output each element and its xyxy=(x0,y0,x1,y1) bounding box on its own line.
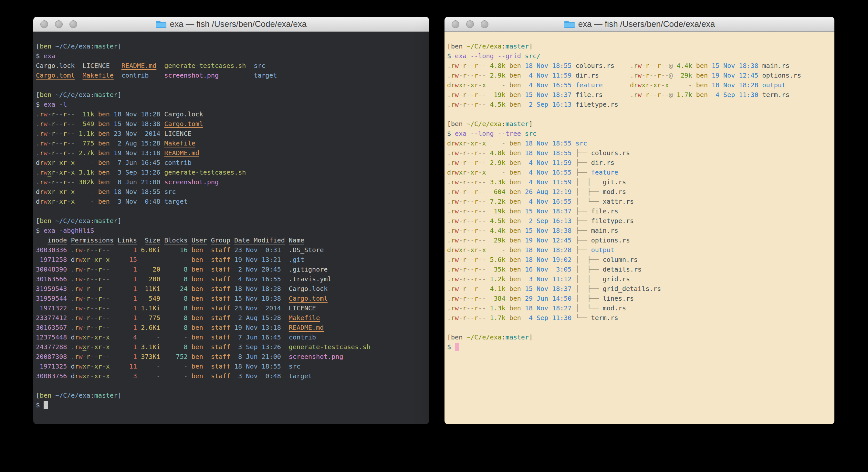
terminal-line: 24377288 .rwxr-xr-x 1 3.1Ki 8 ben staff … xyxy=(36,342,429,352)
folder-icon[interactable] xyxy=(564,20,575,28)
terminal-line: [ben ~/C/e/exa:master] xyxy=(447,332,834,342)
terminal-screen-left[interactable]: [ben ~/C/e/exa:master]$ exaCargo.lock LI… xyxy=(33,32,429,424)
terminal-cursor xyxy=(43,401,48,409)
terminal-line: 20087308 .rw-r--r-- 1 373Ki 752 ben staf… xyxy=(36,352,429,361)
desktop: exa — fish /Users/ben/Code/exa/exa [ben … xyxy=(0,0,868,472)
terminal-line: .rw-r--r-- 7.2k ben 4 Nov 16:55 │ └── xa… xyxy=(447,197,834,206)
terminal-line: .rw-r--r-- 1.2k ben 3 Nov 11:12 │ ├── gr… xyxy=(447,274,834,284)
terminal-line: $ xyxy=(36,400,429,410)
terminal-line: .rw-r--r-- 549 ben 15 Nov 18:38 Cargo.to… xyxy=(36,119,429,129)
terminal-line: .rw-r--r-- 4.4k ben 15 Nov 18:38 ├── mai… xyxy=(447,226,834,235)
terminal-line: drwxr-xr-x - ben 18 Nov 18:55 src xyxy=(447,138,834,148)
terminal-line: .rw-r--r-- 35k ben 16 Nov 3:05 │ ├── det… xyxy=(447,264,834,274)
zoom-button[interactable] xyxy=(481,20,489,28)
terminal-line: .rw-r--r-- 11k ben 18 Nov 18:28 Cargo.lo… xyxy=(36,109,429,119)
minimize-button[interactable] xyxy=(55,20,63,28)
terminal-line: drwxr-xr-x - ben 18 Nov 18:55 src xyxy=(36,187,429,197)
terminal-line xyxy=(36,206,429,216)
terminal-line: [ben ~/C/e/exa:master] xyxy=(36,41,429,51)
terminal-line: 23377412 .rw-r--r-- 1 775 8 ben staff 2 … xyxy=(36,313,429,323)
close-button[interactable] xyxy=(452,20,459,28)
terminal-line: 1971322 .rw-r--r-- 1 1.1Ki 8 ben staff 2… xyxy=(36,303,429,313)
terminal-line: 1971258 drwxr-xr-x 15 - - ben staff 19 N… xyxy=(36,255,429,264)
terminal-line: .rw-r--r-- 2.9k ben 4 Nov 11:59 ├── dir.… xyxy=(447,158,834,168)
terminal-line: 12375448 drwxr-xr-x 4 - - ben staff 7 Ju… xyxy=(36,332,429,342)
terminal-line: $ exa --long --tree src xyxy=(447,129,834,138)
zoom-button[interactable] xyxy=(69,20,77,28)
terminal-line xyxy=(447,109,834,119)
terminal-line: .rw-r--r-- 19k ben 15 Nov 18:37 ├── file… xyxy=(447,206,834,216)
terminal-line: drwxr-xr-x - ben 4 Nov 16:55 feature drw… xyxy=(447,80,834,90)
minimize-button[interactable] xyxy=(466,20,474,28)
window-title: exa — fish /Users/ben/Code/exa/exa xyxy=(170,19,307,29)
terminal-line: drwxr-xr-x - ben 3 Nov 0:48 target xyxy=(36,197,429,206)
window-title: exa — fish /Users/ben/Code/exa/exa xyxy=(578,19,715,29)
terminal-line: inode Permissions Links Size Blocks User… xyxy=(36,235,429,245)
terminal-window-left: exa — fish /Users/ben/Code/exa/exa [ben … xyxy=(33,17,429,424)
terminal-cursor xyxy=(455,343,459,351)
terminal-line: .rw-r--r-- 384 ben 29 Jun 14:50 │ ├── li… xyxy=(447,294,834,303)
terminal-line: .rw-r--r-- 1.7k ben 4 Sep 11:30 └── term… xyxy=(447,313,834,323)
terminal-line: [ben ~/C/e/exa:master] xyxy=(36,90,429,99)
terminal-line: 1971325 drwxr-xr-x 11 - - ben staff 18 N… xyxy=(36,361,429,371)
terminal-line: [ben ~/C/e/exa:master] xyxy=(447,119,834,129)
terminal-line: 31959544 .rw-r--r-- 1 549 8 ben staff 15… xyxy=(36,294,429,303)
terminal-line: $ exa -l xyxy=(36,99,429,109)
terminal-line: 30030336 .rw-r--r-- 1 6.0Ki 16 ben staff… xyxy=(36,245,429,255)
terminal-line: $ exa xyxy=(36,51,429,61)
terminal-line xyxy=(36,80,429,90)
terminal-line: $ exa --long --grid src/ xyxy=(447,51,834,61)
terminal-line: 30083756 drwxr-xr-x 3 - - ben staff 3 No… xyxy=(36,371,429,381)
terminal-line: .rw-r--r-- 382k ben 8 Jun 21:00 screensh… xyxy=(36,177,429,187)
terminal-line: 31959543 .rw-r--r-- 1 11Ki 24 ben staff … xyxy=(36,284,429,294)
folder-icon[interactable] xyxy=(156,20,167,28)
terminal-line: [ben ~/C/e/exa:master] xyxy=(36,216,429,226)
terminal-line: 30163566 .rw-r--r-- 1 200 8 ben staff 4 … xyxy=(36,274,429,284)
terminal-line: .rw-r--r-- 5.6k ben 18 Nov 19:02 │ ├── c… xyxy=(447,255,834,264)
terminal-line xyxy=(447,323,834,332)
terminal-line: .rwxr-xr-x 3.1k ben 3 Sep 13:26 generate… xyxy=(36,168,429,177)
terminal-line: .rw-r--r-- 4.5k ben 2 Sep 16:13 filetype… xyxy=(447,99,834,109)
terminal-line: .rw-r--r-- 2.9k ben 4 Nov 11:59 dir.rs .… xyxy=(447,70,834,80)
terminal-line: [ben ~/C/e/exa:master] xyxy=(36,390,429,400)
terminal-line: Cargo.lock LICENCE README.md generate-te… xyxy=(36,61,429,70)
terminal-line: .rw-r--r-- 1.3k ben 18 Nov 18:27 │ └── m… xyxy=(447,303,834,313)
terminal-line: .rw-r--r-- 1.1k ben 23 Nov 2014 LICENCE xyxy=(36,129,429,138)
terminal-window-right: exa — fish /Users/ben/Code/exa/exa [ben … xyxy=(444,17,834,424)
terminal-line: .rw-r--r-- 775 ben 2 Aug 15:28 Makefile xyxy=(36,138,429,148)
terminal-screen-right[interactable]: [ben ~/C/e/exa:master]$ exa --long --gri… xyxy=(444,32,834,424)
terminal-line: drwxr-xr-x - ben 7 Jun 16:45 contrib xyxy=(36,158,429,168)
terminal-line: drwxr-xr-x - ben 18 Nov 18:28 ├── output xyxy=(447,245,834,255)
titlebar-right[interactable]: exa — fish /Users/ben/Code/exa/exa xyxy=(444,17,834,32)
terminal-line: Cargo.toml Makefile contrib screenshot.p… xyxy=(36,70,429,80)
terminal-line xyxy=(36,381,429,390)
traffic-lights xyxy=(452,17,489,31)
terminal-line: .rw-r--r-- 4.8k ben 18 Nov 18:55 ├── col… xyxy=(447,148,834,158)
traffic-lights xyxy=(40,17,77,31)
terminal-line: 30048390 .rw-r--r-- 1 20 8 ben staff 2 N… xyxy=(36,264,429,274)
titlebar-left[interactable]: exa — fish /Users/ben/Code/exa/exa xyxy=(33,17,429,32)
terminal-line: .rw-r--r-- 604 ben 26 Aug 12:19 │ ├── mo… xyxy=(447,187,834,197)
terminal-line: .rw-r--r-- 4.5k ben 2 Sep 16:13 ├── file… xyxy=(447,216,834,226)
window-title-area: exa — fish /Users/ben/Code/exa/exa xyxy=(564,19,715,29)
terminal-line: drwxr-xr-x - ben 4 Nov 16:55 ├── feature xyxy=(447,168,834,177)
terminal-line: .rw-r--r-- 19k ben 15 Nov 18:37 file.rs … xyxy=(447,90,834,99)
terminal-line: $ xyxy=(447,342,834,352)
window-title-area: exa — fish /Users/ben/Code/exa/exa xyxy=(156,19,307,29)
terminal-line: $ exa -abghHliS xyxy=(36,226,429,235)
terminal-line: .rw-r--r-- 2.7k ben 19 Nov 13:18 README.… xyxy=(36,148,429,158)
terminal-line: .rw-r--r-- 4.8k ben 18 Nov 18:55 colours… xyxy=(447,61,834,70)
terminal-line: [ben ~/C/e/exa:master] xyxy=(447,41,834,51)
terminal-line: .rw-r--r-- 4.1k ben 15 Nov 18:37 │ ├── g… xyxy=(447,284,834,294)
terminal-line: .rw-r--r-- 29k ben 19 Nov 12:45 ├── opti… xyxy=(447,235,834,245)
close-button[interactable] xyxy=(40,20,48,28)
terminal-line: 30163567 .rw-r--r-- 1 2.6Ki 8 ben staff … xyxy=(36,323,429,332)
terminal-line: .rw-r--r-- 3.3k ben 4 Nov 11:59 │ ├── gi… xyxy=(447,177,834,187)
